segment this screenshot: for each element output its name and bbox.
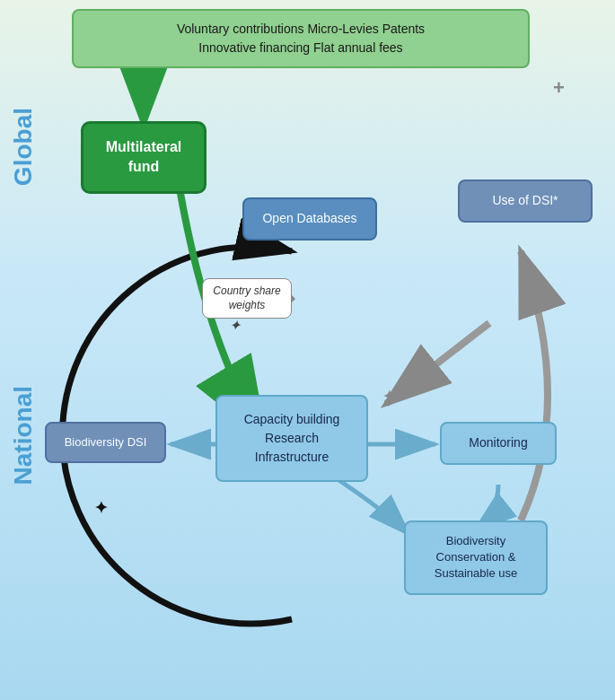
country-share-weights-label: Country share weights: [213, 284, 280, 311]
svg-text:✦: ✦: [382, 388, 396, 406]
funding-box: Voluntary contributions Micro-Levies Pat…: [72, 9, 530, 68]
funding-line2: Innovative financing Flat annual fees: [198, 40, 402, 55]
monitoring-label: Monitoring: [469, 435, 527, 450]
capacity-building-label: Capacity buildingResearchInfrastructure: [244, 412, 340, 464]
biodiversity-dsi-label: Biodiversity DSI: [65, 435, 147, 449]
open-databases-label: Open Databases: [262, 211, 356, 225]
country-share-weights-bubble: Country share weights: [202, 278, 292, 319]
biodiversity-conservation-box: BiodiversityConservation &Sustainable us…: [404, 521, 548, 595]
flow-arrows-svg: ✦ + ✦ ✦: [0, 0, 615, 700]
biodiversity-dsi-box: Biodiversity DSI: [45, 422, 166, 463]
funding-line1: Voluntary contributions Micro-Levies Pat…: [177, 22, 425, 36]
open-databases-box: Open Databases: [242, 197, 377, 241]
multilateral-fund-label: Multilateralfund: [106, 139, 181, 174]
svg-text:+: +: [553, 76, 565, 99]
use-of-dsi-box: Use of DSI*: [458, 179, 593, 223]
multilateral-fund-box: Multilateralfund: [81, 121, 206, 194]
diagram-container: ✦ + ✦ ✦ Global National Voluntary contri…: [0, 0, 615, 700]
use-of-dsi-label: Use of DSI*: [492, 193, 558, 207]
biodiversity-conservation-label: BiodiversityConservation &Sustainable us…: [435, 534, 518, 580]
capacity-building-box: Capacity buildingResearchInfrastructure: [215, 395, 368, 482]
monitoring-box: Monitoring: [440, 422, 557, 465]
label-national: National: [9, 386, 38, 485]
svg-text:✦: ✦: [94, 499, 108, 517]
label-global: Global: [9, 108, 38, 186]
svg-text:✦: ✦: [229, 318, 242, 333]
